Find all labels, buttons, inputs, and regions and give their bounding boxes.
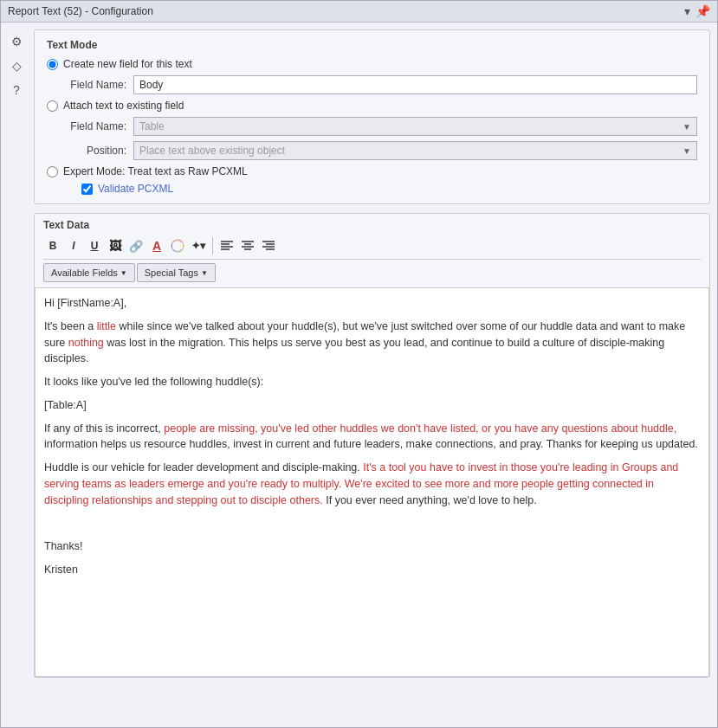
expert-radio-row: Expert Mode: Treat text as Raw PCXML bbox=[47, 165, 697, 177]
validate-row: Validate PCXML bbox=[47, 183, 697, 195]
toolbar-sep-1 bbox=[212, 237, 213, 254]
attach-field-arrow: ▼ bbox=[682, 122, 691, 132]
title-bar: Report Text (52) - Configuration ▾ 📌 bbox=[1, 1, 717, 23]
window-title: Report Text (52) - Configuration bbox=[8, 5, 153, 17]
font-color-btn[interactable]: A bbox=[147, 236, 166, 255]
main-window: Report Text (52) - Configuration ▾ 📌 ⚙ ◇… bbox=[0, 0, 718, 728]
new-field-input[interactable] bbox=[133, 75, 697, 94]
editor-line-7 bbox=[44, 515, 700, 532]
editor-line-5: If any of this is incorrect, people are … bbox=[44, 421, 700, 454]
dropdown-toolbar: Available Fields ▼ Special Tags ▼ bbox=[43, 259, 701, 284]
title-bar-left: Report Text (52) - Configuration bbox=[8, 5, 153, 17]
text-data-title: Text Data bbox=[43, 219, 701, 231]
expert-label[interactable]: Expert Mode: Treat text as Raw PCXML bbox=[63, 165, 248, 177]
align-right-btn[interactable] bbox=[259, 236, 278, 255]
text-data-header: Text Data B I U 🖼 🔗 A bbox=[35, 214, 709, 287]
attach-field-label: Field Name: bbox=[64, 120, 126, 132]
tag-icon[interactable]: ◇ bbox=[8, 57, 25, 74]
editor-line-6: Huddle is our vehicle for leader develop… bbox=[44, 460, 700, 508]
create-new-label[interactable]: Create new field for this text bbox=[63, 58, 192, 70]
position-value: Place text above existing object bbox=[139, 145, 285, 157]
text-mode-title: Text Mode bbox=[47, 39, 697, 51]
special-tags-dropdown[interactable]: Special Tags ▼ bbox=[137, 263, 216, 282]
italic-btn[interactable]: I bbox=[64, 236, 83, 255]
special-tags-arrow: ▼ bbox=[201, 269, 208, 277]
editor-line-3: It looks like you've led the following h… bbox=[44, 374, 700, 390]
validate-label[interactable]: Validate PCXML bbox=[98, 183, 173, 195]
formatting-toolbar: B I U 🖼 🔗 A bbox=[43, 236, 701, 255]
align-left-btn[interactable] bbox=[217, 236, 236, 255]
position-row: Position: Place text above existing obje… bbox=[47, 141, 697, 160]
validate-checkbox[interactable] bbox=[81, 184, 93, 195]
text-data-section: Text Data B I U 🖼 🔗 A bbox=[34, 213, 710, 678]
editor-line-4: [Table:A] bbox=[44, 397, 700, 414]
position-arrow: ▼ bbox=[682, 146, 691, 156]
align-center-btn[interactable] bbox=[238, 236, 257, 255]
expert-radio[interactable] bbox=[47, 166, 58, 177]
editor-line-2: It's been a little while since we've tal… bbox=[44, 319, 700, 367]
available-fields-arrow: ▼ bbox=[120, 269, 127, 277]
position-label: Position: bbox=[64, 145, 126, 157]
create-new-radio-row: Create new field for this text bbox=[47, 58, 697, 70]
settings-icon[interactable]: ⚙ bbox=[8, 33, 25, 50]
editor-area[interactable]: Hi [FirstName:A], It's been a little whi… bbox=[35, 287, 709, 677]
attach-field-row: Field Name: Table ▼ bbox=[47, 117, 697, 136]
link-btn[interactable]: 🔗 bbox=[126, 236, 146, 255]
attach-field-select[interactable]: Table ▼ bbox=[133, 117, 697, 136]
text-mode-section: Text Mode Create new field for this text… bbox=[34, 29, 710, 204]
editor-line-1: Hi [FirstName:A], bbox=[44, 295, 700, 312]
collapse-icon[interactable]: ▾ bbox=[684, 4, 690, 18]
available-fields-label: Available Fields bbox=[51, 267, 118, 278]
attach-radio-row: Attach text to existing field bbox=[47, 100, 697, 112]
bold-btn[interactable]: B bbox=[43, 236, 62, 255]
underline-btn[interactable]: U bbox=[85, 236, 104, 255]
editor-wrapper: Hi [FirstName:A], It's been a little whi… bbox=[35, 287, 709, 677]
editor-line-9: Kristen bbox=[44, 562, 700, 578]
left-sidebar-icons: ⚙ ◇ ? bbox=[8, 29, 29, 678]
attach-label[interactable]: Attach text to existing field bbox=[63, 100, 184, 112]
position-select[interactable]: Place text above existing object ▼ bbox=[133, 141, 697, 160]
new-field-label: Field Name: bbox=[64, 79, 126, 91]
content-area: ⚙ ◇ ? Text Mode Create new field for thi… bbox=[1, 23, 717, 685]
special-tags-label: Special Tags bbox=[145, 267, 198, 278]
color-wheel-btn[interactable] bbox=[168, 236, 187, 255]
attach-radio[interactable] bbox=[47, 100, 58, 112]
main-panel: Text Mode Create new field for this text… bbox=[34, 29, 710, 678]
special-char-btn[interactable]: ✦▾ bbox=[189, 236, 208, 255]
available-fields-dropdown[interactable]: Available Fields ▼ bbox=[43, 263, 135, 282]
title-bar-icons: ▾ 📌 bbox=[684, 4, 710, 18]
attach-field-value: Table bbox=[139, 120, 165, 132]
new-field-name-row: Field Name: bbox=[47, 75, 697, 94]
help-icon[interactable]: ? bbox=[8, 81, 25, 99]
pin-icon[interactable]: 📌 bbox=[695, 4, 710, 18]
editor-line-8: Thanks! bbox=[44, 538, 700, 555]
create-new-radio[interactable] bbox=[47, 59, 58, 70]
image-btn[interactable]: 🖼 bbox=[106, 236, 125, 255]
